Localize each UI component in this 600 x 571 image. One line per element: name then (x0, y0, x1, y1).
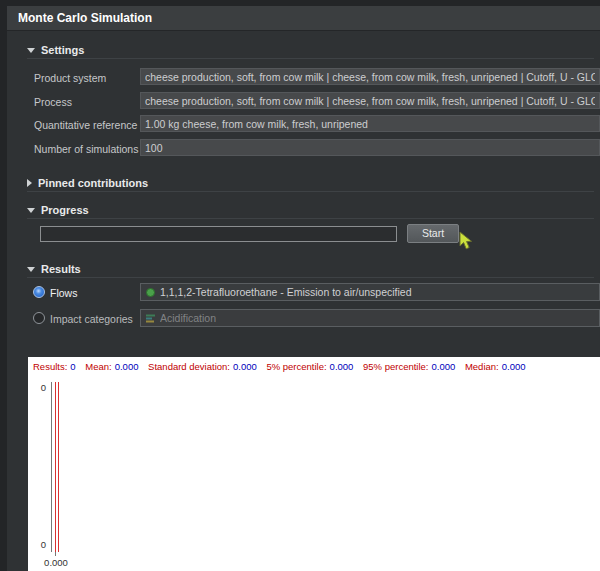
y-tick-bottom: 0 (30, 539, 46, 550)
product-system-label: Product system (34, 72, 106, 84)
quantitative-reference-field[interactable] (140, 115, 600, 132)
editor-header: Monte Carlo Simulation (7, 6, 600, 31)
flows-combo[interactable]: 1,1,1,2-Tetrafluoroethane - Emission to … (140, 283, 600, 301)
stat-label: Standard deviation: (148, 361, 230, 372)
chevron-down-icon[interactable] (27, 208, 35, 213)
section-label: Progress (41, 204, 89, 216)
number-of-simulations-field[interactable] (140, 139, 600, 156)
section-header-progress[interactable]: Progress (27, 202, 594, 219)
impact-categories-radio-label: Impact categories (50, 313, 133, 325)
quantitative-reference-label: Quantitative reference (34, 119, 137, 131)
number-of-simulations-label: Number of simulations (34, 143, 138, 155)
stat-value: 0 (70, 361, 75, 372)
process-field[interactable] (140, 92, 600, 109)
flows-combo-value: 1,1,1,2-Tetrafluoroethane - Emission to … (160, 286, 412, 298)
stat-value: 0.000 (115, 361, 139, 372)
flows-radio[interactable] (33, 286, 45, 298)
impact-categories-combo[interactable]: Acidification (140, 309, 600, 327)
impact-category-icon (145, 313, 156, 324)
section-header-results[interactable]: Results (27, 261, 594, 278)
stat-value: 0.000 (233, 361, 257, 372)
chevron-down-icon[interactable] (27, 267, 35, 272)
stat-label: Median: (465, 361, 499, 372)
section-label: Pinned contributions (38, 177, 148, 189)
stat-label: Results: (33, 361, 67, 372)
flows-radio-label: Flows (50, 287, 77, 299)
marker-line (58, 382, 59, 552)
process-label: Process (34, 96, 72, 108)
section-header-pinned-contributions[interactable]: Pinned contributions (27, 175, 594, 192)
y-axis-line (51, 382, 52, 552)
progress-bar (40, 226, 397, 242)
stat-label: Mean: (85, 361, 111, 372)
stat-label: 5% percentile: (266, 361, 326, 372)
flow-icon (145, 287, 156, 298)
stat-value: 0.000 (502, 361, 526, 372)
impact-categories-combo-value: Acidification (160, 312, 216, 324)
stat-label: 95% percentile: (363, 361, 428, 372)
stat-value: 0.000 (330, 361, 354, 372)
chart-statistics: Results:0 Mean:0.000 Standard deviation:… (33, 361, 533, 372)
editor-body: Settings Product system Process Quantita… (7, 31, 600, 571)
page-title: Monte Carlo Simulation (18, 11, 152, 25)
section-header-settings[interactable]: Settings (27, 42, 594, 59)
chevron-down-icon[interactable] (27, 48, 35, 53)
chevron-right-icon[interactable] (27, 179, 32, 187)
section-label: Settings (41, 44, 84, 56)
product-system-field[interactable] (140, 68, 600, 85)
stat-value: 0.000 (432, 361, 456, 372)
x-tick-label: 0.000 (41, 557, 71, 568)
marker-line (55, 382, 56, 552)
x-axis-tick (55, 552, 56, 556)
y-tick-top: 0 (30, 382, 46, 393)
mouse-cursor-icon (459, 231, 474, 250)
section-label: Results (41, 263, 81, 275)
results-chart: Results:0 Mean:0.000 Standard deviation:… (28, 357, 600, 571)
monte-carlo-simulation-editor: Monte Carlo Simulation Settings Product … (0, 0, 600, 571)
start-button[interactable]: Start (407, 224, 459, 243)
impact-categories-radio[interactable] (33, 312, 45, 324)
